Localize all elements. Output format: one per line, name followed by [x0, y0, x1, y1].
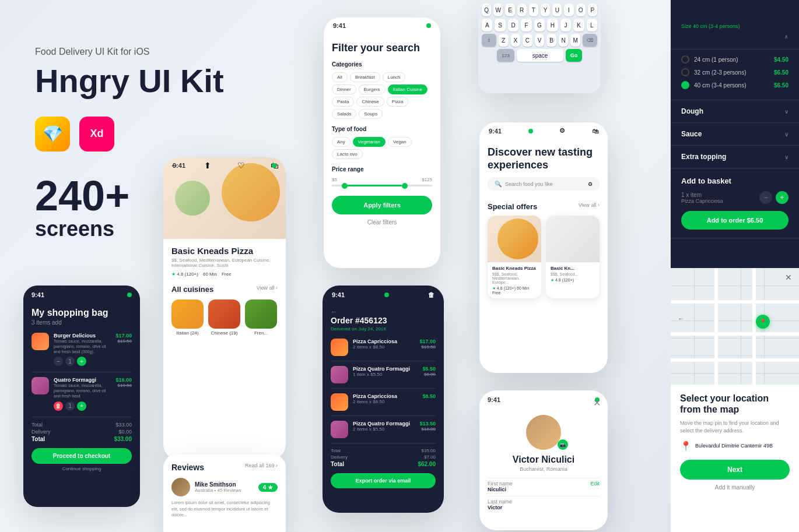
key-e[interactable]: E — [505, 3, 514, 16]
phone-profile: 9:41 ✕ 📷 Victor Niculici Bucharest, Roma… — [479, 390, 608, 530]
key-r[interactable]: R — [517, 3, 527, 16]
tag-vegan[interactable]: Vegan — [388, 137, 412, 147]
tag-burgers[interactable]: Burgers — [359, 84, 386, 94]
tag-salads[interactable]: Salads — [332, 109, 356, 119]
edit-first-name-button[interactable]: Edit — [590, 481, 600, 492]
key-a[interactable]: A — [482, 19, 492, 31]
filter-icon[interactable]: ⚙ — [559, 127, 565, 135]
profile-content: 📷 Victor Niculici Bucharest, Romania Fir… — [479, 407, 608, 522]
map-view[interactable]: ← ✕ 📍 — [671, 268, 799, 385]
decrease-button[interactable]: − — [759, 191, 772, 204]
tag-chinese[interactable]: Chinese — [356, 97, 384, 107]
close-icon[interactable]: ✕ — [785, 273, 792, 282]
key-c[interactable]: C — [523, 34, 532, 47]
size-option-32[interactable]: 32 cm (2-3 persons) $6.50 — [681, 68, 789, 76]
basket-icon[interactable]: 🗑 — [428, 291, 434, 298]
range-handle-left[interactable] — [342, 183, 348, 189]
key-j[interactable]: J — [560, 19, 571, 31]
increase-btn[interactable]: + — [77, 357, 86, 366]
filter-icon[interactable]: ⚙ — [588, 181, 593, 187]
key-o[interactable]: O — [576, 3, 586, 16]
key-h[interactable]: H — [547, 19, 558, 31]
manual-link[interactable]: Add it manually — [680, 484, 790, 491]
tag-italian[interactable]: Italian Cuisine — [388, 84, 427, 94]
key-l[interactable]: L — [587, 19, 597, 31]
tag-vegetarian[interactable]: Vegetarian — [353, 137, 386, 147]
key-p[interactable]: P — [588, 3, 597, 16]
key-q[interactable]: Q — [482, 3, 491, 16]
range-handle-right[interactable] — [402, 183, 408, 189]
increase-button[interactable]: + — [776, 191, 789, 204]
size-option-24[interactable]: 24 cm (1 person) $4.50 — [681, 55, 789, 64]
tag-soups[interactable]: Soups — [359, 109, 383, 119]
key-shift[interactable]: ⇧ — [482, 34, 496, 47]
camera-icon[interactable]: 📷 — [558, 439, 568, 450]
key-y[interactable]: Y — [541, 3, 550, 16]
map-grid — [671, 355, 799, 356]
cuisine-italian[interactable]: Italian (24) — [171, 300, 204, 336]
key-123[interactable]: 123 — [497, 49, 514, 62]
tag-lunch[interactable]: Lunch — [383, 72, 406, 82]
checkout-button[interactable]: Proceed to checkout — [31, 448, 132, 464]
size-option-40[interactable]: 40 cm (3-4 persons) $6.50 — [681, 81, 789, 89]
tag-breakfast[interactable]: Breakfast — [350, 72, 380, 82]
cuisine-french[interactable]: Fren... — [245, 300, 277, 336]
tag-all[interactable]: All — [332, 72, 348, 82]
tag-pizza[interactable]: Pizza — [387, 97, 409, 107]
food-decoration-2 — [175, 181, 210, 216]
key-m[interactable]: M — [570, 34, 580, 47]
extra-topping-accordion[interactable]: Extra topping ∨ — [671, 146, 799, 168]
key-w[interactable]: W — [493, 3, 503, 16]
price-range-control: $5 $125 — [332, 177, 432, 186]
key-n[interactable]: N — [559, 34, 569, 47]
key-delete[interactable]: ⌫ — [583, 34, 597, 47]
next-button[interactable]: Next — [680, 460, 790, 480]
discover-card-1[interactable]: Basic Kneads Pizza $$$, Seafood, Mediter… — [488, 216, 541, 298]
discover-card-2[interactable]: Basic Kn... $$$, Seafood... ★ 4.8 (120+) — [546, 216, 600, 298]
map-title: Select your location from the map — [680, 393, 790, 415]
sauce-accordion[interactable]: Sauce ∨ — [671, 123, 799, 146]
key-x[interactable]: X — [511, 34, 521, 47]
search-bar[interactable]: 🔍 Search food you like ⚙ — [488, 177, 600, 191]
basket-icon[interactable]: 🛍 — [592, 128, 598, 135]
dough-accordion[interactable]: Dough ∨ — [671, 100, 799, 123]
key-d[interactable]: D — [508, 19, 518, 31]
decrease-btn[interactable]: − — [54, 357, 63, 366]
card-sub: $$$, Seafood, Mediterranean, Europe... — [492, 272, 537, 284]
key-f[interactable]: F — [521, 19, 531, 31]
apply-filters-button[interactable]: Apply filters — [332, 196, 432, 214]
key-s[interactable]: S — [495, 19, 505, 31]
view-all-link[interactable]: View all › — [257, 285, 278, 294]
tag-pasta[interactable]: Pasta — [332, 97, 354, 107]
key-t[interactable]: T — [529, 3, 538, 16]
key-g[interactable]: G — [534, 19, 545, 31]
card-name: Basic Kn... — [551, 266, 595, 271]
back-icon[interactable]: ← — [331, 308, 338, 316]
tag-any[interactable]: Any — [332, 137, 351, 147]
range-bar[interactable] — [332, 185, 432, 186]
expand-icon[interactable]: ∧ — [681, 34, 789, 40]
key-k[interactable]: K — [573, 19, 584, 31]
tag-dinner[interactable]: Dinner — [332, 84, 356, 94]
map-pin[interactable]: 📍 — [756, 315, 770, 329]
read-all-link[interactable]: Read all 169 › — [245, 463, 278, 472]
key-go[interactable]: Go — [566, 49, 582, 62]
key-space[interactable]: space — [517, 49, 563, 62]
export-button[interactable]: Export order via email — [331, 473, 436, 488]
view-all-link[interactable]: View all › — [579, 202, 600, 211]
continue-shopping-link[interactable]: Continue shopping — [31, 466, 132, 471]
price-range-label: Price range — [332, 166, 432, 172]
back-icon[interactable]: ← — [678, 315, 685, 323]
add-to-order-button[interactable]: Add to order $6.50 — [681, 211, 789, 230]
key-i[interactable]: I — [564, 3, 573, 16]
key-u[interactable]: U — [552, 3, 562, 16]
close-icon[interactable]: ✕ — [593, 397, 601, 408]
cuisine-chinese[interactable]: Chinese (19) — [208, 300, 240, 336]
key-b[interactable]: B — [546, 34, 556, 47]
key-z[interactable]: Z — [499, 34, 509, 47]
key-v[interactable]: V — [535, 34, 545, 47]
remove-btn[interactable]: 🗑 — [54, 401, 63, 411]
increase-btn[interactable]: + — [77, 401, 86, 411]
clear-filters-button[interactable]: Clear filters — [332, 219, 432, 226]
tag-lacto[interactable]: Lacto ovo — [332, 149, 363, 159]
